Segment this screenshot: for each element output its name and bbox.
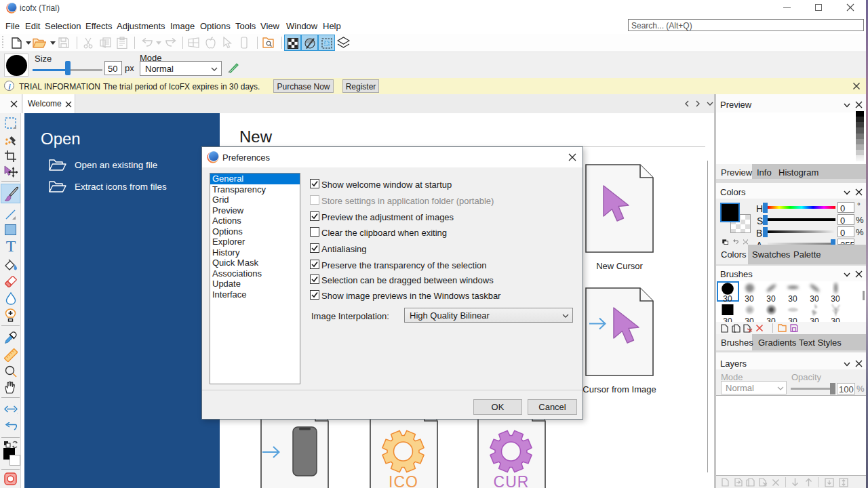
svg-text:CUR: CUR (494, 473, 530, 488)
svg-text:ICO: ICO (389, 473, 418, 488)
